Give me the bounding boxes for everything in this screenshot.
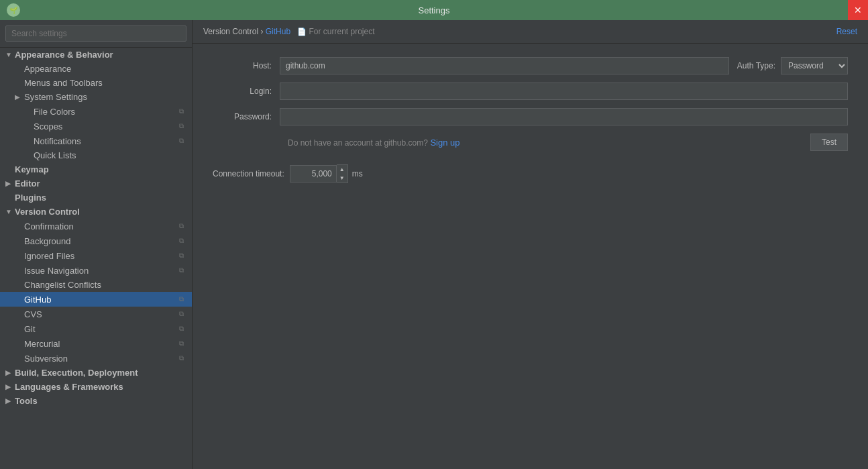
timeout-input[interactable] <box>290 165 337 183</box>
ms-label: ms <box>352 169 363 178</box>
chevron-down-icon: ▼ <box>5 208 15 215</box>
password-input[interactable] <box>280 108 848 125</box>
copy-icon: ⧉ <box>176 236 186 246</box>
sidebar-item-languages-frameworks[interactable]: ▶ Languages & Frameworks <box>0 380 192 394</box>
breadcrumb-spacer <box>292 27 294 36</box>
sidebar-item-file-colors[interactable]: File Colors ⧉ <box>0 104 192 119</box>
sidebar-item-label: Quick Lists <box>34 150 186 160</box>
sidebar-item-label: Git <box>24 324 176 334</box>
host-input[interactable] <box>280 57 729 74</box>
sidebar-item-menus-toolbars[interactable]: Menus and Toolbars <box>0 76 192 90</box>
sidebar-item-label: Menus and Toolbars <box>24 78 186 88</box>
sidebar-item-build-execution[interactable]: ▶ Build, Execution, Deployment <box>0 366 192 380</box>
copy-icon: ⧉ <box>176 309 186 319</box>
project-icon: 📄 <box>297 28 307 36</box>
sidebar-item-label: Appearance <box>24 64 186 74</box>
copy-icon: ⧉ <box>176 106 186 117</box>
copy-icon: ⧉ <box>176 338 186 349</box>
sidebar-item-github[interactable]: GitHub ⧉ <box>0 292 192 307</box>
sidebar-item-label: Appearance & Behavior <box>15 50 186 60</box>
sidebar-item-subversion[interactable]: Subversion ⧉ <box>0 351 192 366</box>
chevron-right-icon: ▶ <box>15 93 24 101</box>
right-panel: Version Control › GitHub 📄 For current p… <box>193 20 868 469</box>
sidebar-item-label: Tools <box>15 396 186 406</box>
sidebar-item-label: Subversion <box>24 354 176 364</box>
connection-timeout-label: Connection timeout: <box>213 169 290 178</box>
sidebar-item-label: Changelist Conflicts <box>24 280 186 290</box>
sidebar-item-keymap[interactable]: Keymap <box>0 162 192 176</box>
for-project-text: For current project <box>309 27 374 36</box>
sidebar-item-scopes[interactable]: Scopes ⧉ <box>0 119 192 134</box>
copy-icon: ⧉ <box>176 136 186 146</box>
settings-window: 🌱 Settings ✕ ▼ Appearance & Behavior App… <box>0 0 868 469</box>
sidebar-item-label: Issue Navigation <box>24 266 176 276</box>
sidebar-item-ignored-files[interactable]: Ignored Files ⧉ <box>0 248 192 263</box>
sidebar-item-label: Plugins <box>15 193 186 203</box>
sidebar-item-appearance[interactable]: Appearance <box>0 62 192 76</box>
sidebar-item-label: Build, Execution, Deployment <box>15 368 186 378</box>
spinner-up-button[interactable]: ▲ <box>337 165 347 174</box>
sidebar-item-label: Mercurial <box>24 339 176 349</box>
close-button[interactable]: ✕ <box>848 0 868 20</box>
signup-text-area: Do not have an account at github.com? Si… <box>288 138 460 148</box>
sidebar-item-issue-navigation[interactable]: Issue Navigation ⧉ <box>0 263 192 278</box>
breadcrumb-path: Version Control <box>203 27 258 36</box>
window-title: Settings <box>419 5 450 15</box>
auth-type-select[interactable]: Password Token Anonymous <box>781 57 848 74</box>
sidebar-item-label: Confirmation <box>24 221 176 231</box>
login-input[interactable] <box>280 83 848 100</box>
sidebar-item-appearance-behavior[interactable]: ▼ Appearance & Behavior <box>0 48 192 62</box>
sidebar: ▼ Appearance & Behavior Appearance Menus… <box>0 20 193 469</box>
breadcrumb-separator: › <box>260 27 265 36</box>
copy-icon: ⧉ <box>176 221 186 231</box>
password-label: Password: <box>213 112 280 121</box>
sidebar-item-mercurial[interactable]: Mercurial ⧉ <box>0 336 192 351</box>
main-content: ▼ Appearance & Behavior Appearance Menus… <box>0 20 868 469</box>
test-button[interactable]: Test <box>810 134 848 151</box>
search-input[interactable] <box>5 25 186 42</box>
sidebar-item-confirmation[interactable]: Confirmation ⧉ <box>0 219 192 233</box>
reset-link[interactable]: Reset <box>836 27 857 36</box>
signup-link[interactable]: Sign up <box>430 138 459 148</box>
sidebar-item-git[interactable]: Git ⧉ <box>0 321 192 336</box>
form-area: Host: Auth Type: Password Token Anonymou… <box>193 44 868 469</box>
sidebar-item-tools[interactable]: ▶ Tools <box>0 394 192 408</box>
spinner-down-button[interactable]: ▼ <box>337 174 347 183</box>
chevron-right-icon: ▶ <box>5 180 15 187</box>
sidebar-item-plugins[interactable]: Plugins <box>0 191 192 205</box>
copy-icon: ⧉ <box>176 294 186 305</box>
breadcrumb-current: GitHub <box>266 27 290 36</box>
sidebar-item-notifications[interactable]: Notifications ⧉ <box>0 134 192 148</box>
sidebar-item-label: CVS <box>24 309 176 319</box>
signup-text: Do not have an account at github.com? <box>288 138 428 148</box>
copy-icon: ⧉ <box>176 250 186 261</box>
chevron-right-icon: ▶ <box>5 397 15 405</box>
timeout-row: Connection timeout: ▲ ▼ ms <box>213 164 848 183</box>
sidebar-item-label: Languages & Frameworks <box>15 382 186 392</box>
sidebar-item-label: Ignored Files <box>24 251 176 261</box>
app-logo: 🌱 <box>7 3 20 17</box>
sidebar-item-cvs[interactable]: CVS ⧉ <box>0 307 192 321</box>
sidebar-item-background[interactable]: Background ⧉ <box>0 233 192 248</box>
copy-icon: ⧉ <box>176 265 186 276</box>
breadcrumb-bar: Version Control › GitHub 📄 For current p… <box>193 20 868 44</box>
search-box <box>0 20 192 48</box>
chevron-right-icon: ▶ <box>5 383 15 390</box>
sidebar-item-editor[interactable]: ▶ Editor <box>0 176 192 191</box>
auth-type-group: Auth Type: Password Token Anonymous <box>737 57 848 74</box>
copy-icon: ⧉ <box>176 121 186 132</box>
sidebar-item-changelist-conflicts[interactable]: Changelist Conflicts <box>0 278 192 292</box>
sidebar-item-version-control[interactable]: ▼ Version Control <box>0 205 192 219</box>
title-bar: 🌱 Settings ✕ <box>0 0 868 20</box>
chevron-right-icon: ▶ <box>5 369 15 376</box>
auth-type-label: Auth Type: <box>737 61 775 70</box>
host-row: Host: Auth Type: Password Token Anonymou… <box>213 57 848 74</box>
sidebar-item-label: System Settings <box>24 92 186 102</box>
sidebar-item-system-settings[interactable]: ▶ System Settings <box>0 90 192 104</box>
copy-icon: ⧉ <box>176 353 186 364</box>
password-row: Password: <box>213 108 848 125</box>
sidebar-item-quick-lists[interactable]: Quick Lists <box>0 148 192 162</box>
spinner-buttons: ▲ ▼ <box>337 164 348 183</box>
sidebar-item-label: Version Control <box>15 207 186 217</box>
sidebar-item-label: File Colors <box>34 107 176 117</box>
